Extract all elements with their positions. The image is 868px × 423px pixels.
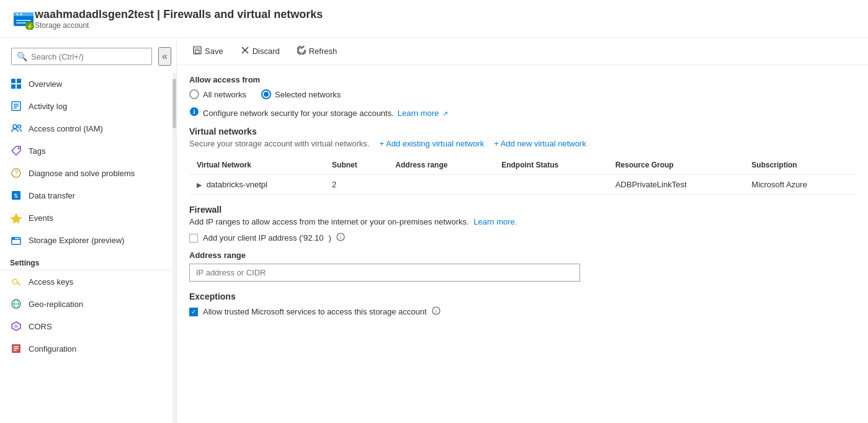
vnet-name: databricks-vnetpl: [207, 180, 267, 189]
scrollbar-track: [172, 73, 176, 423]
scrollbar-thumb[interactable]: [172, 79, 176, 128]
explorer-label: Storage Explorer (preview): [29, 236, 125, 245]
tags-icon: [10, 145, 22, 157]
nav-item-events[interactable]: Events: [0, 207, 176, 229]
diagnose-label: Diagnose and solve problems: [29, 169, 135, 178]
client-ip-info-icon: i: [336, 233, 345, 243]
nav-item-iam[interactable]: Access control (IAM): [0, 117, 176, 140]
collapse-button[interactable]: «: [158, 47, 171, 66]
svg-rect-26: [12, 238, 15, 239]
vnet-table: Virtual Network Subnet Address range End…: [189, 156, 856, 195]
nav-item-cors[interactable]: CORS: [0, 315, 176, 337]
nav-item-activity-log[interactable]: Activity log: [0, 95, 176, 117]
diagnose-icon: ?: [10, 167, 22, 179]
radio-selected-networks[interactable]: Selected networks: [261, 89, 341, 99]
tags-label: Tags: [29, 146, 45, 156]
overview-icon: [10, 78, 22, 90]
activity-log-label: Activity log: [29, 102, 67, 111]
toolbar: Save Discard Refresh: [177, 38, 868, 65]
sidebar: 🔍 « Overview Activity log: [0, 38, 177, 423]
access-keys-label: Access keys: [29, 277, 73, 287]
nav-item-explorer[interactable]: Storage Explorer (preview): [0, 229, 176, 251]
address-range-input[interactable]: [189, 264, 580, 282]
firewall-title: Firewall: [189, 205, 856, 215]
svg-rect-5: [16, 22, 26, 24]
page-title: Firewalls and virtual networks: [163, 8, 323, 20]
col-virtual-network: Virtual Network: [189, 156, 324, 175]
data-transfer-icon: ⇅: [10, 189, 22, 202]
client-ip-suffix: ): [328, 233, 331, 243]
svg-point-27: [12, 279, 17, 284]
svg-rect-8: [11, 79, 16, 83]
svg-rect-10: [11, 84, 16, 89]
nav-item-geo-replication[interactable]: Geo-replication: [0, 293, 176, 315]
firewall-desc-text: Add IP ranges to allow access from the i…: [189, 217, 469, 226]
firewall-desc: Add IP ranges to allow access from the i…: [189, 217, 856, 226]
svg-text:⚡: ⚡: [26, 22, 34, 30]
svg-point-33: [14, 324, 18, 328]
add-new-vnet-link[interactable]: + Add new virtual network: [494, 139, 586, 148]
col-subnet: Subnet: [324, 156, 388, 175]
svg-text:?: ?: [14, 170, 18, 177]
nav-item-data-transfer[interactable]: ⇅ Data transfer: [0, 184, 176, 207]
events-label: Events: [29, 213, 53, 223]
radio-all-networks-label: All networks: [203, 90, 246, 99]
add-existing-vnet-link[interactable]: + Add existing virtual network: [379, 139, 484, 148]
cors-label: CORS: [29, 322, 52, 331]
client-ip-checkbox[interactable]: [189, 234, 198, 243]
svg-marker-24: [11, 213, 22, 223]
configuration-icon: [10, 342, 22, 355]
save-icon: [193, 46, 202, 56]
vnet-section-desc: Secure your storage account with virtual…: [189, 139, 856, 148]
nav-item-overview[interactable]: Overview: [0, 73, 176, 95]
svg-point-19: [18, 148, 20, 149]
refresh-button[interactable]: Refresh: [291, 43, 344, 60]
search-input[interactable]: [31, 52, 146, 61]
nav-item-diagnose[interactable]: ? Diagnose and solve problems: [0, 162, 176, 184]
page-header: ⚡ waahmadadlsgen2test | Firewalls and vi…: [0, 0, 868, 38]
trusted-services-row: Allow trusted Microsoft services to acce…: [189, 306, 856, 317]
svg-point-2: [17, 14, 19, 16]
svg-text:i: i: [436, 308, 437, 314]
allow-access-section: Allow access from All networks Selected …: [189, 75, 856, 99]
svg-rect-40: [195, 50, 199, 53]
vnet-subnet-cell: 2: [324, 175, 388, 195]
svg-text:⇅: ⇅: [14, 193, 19, 199]
nav-item-configuration[interactable]: Configuration: [0, 337, 176, 360]
address-range-label: Address range: [189, 251, 856, 260]
svg-point-16: [13, 125, 17, 128]
firewall-section: Firewall Add IP ranges to allow access f…: [189, 205, 856, 282]
nav-item-tags[interactable]: Tags: [0, 140, 176, 162]
refresh-icon: [297, 46, 306, 56]
nav-item-access-keys[interactable]: Access keys: [0, 270, 176, 293]
client-ip-row: Add your client IP address ('92.10 ) i: [189, 233, 856, 243]
learn-more-link[interactable]: Learn more ↗: [398, 109, 448, 118]
events-icon: [10, 212, 22, 224]
vnet-section: Virtual networks Secure your storage acc…: [189, 127, 856, 195]
svg-rect-39: [195, 47, 200, 50]
geo-replication-label: Geo-replication: [29, 300, 83, 309]
sidebar-nav: Overview Activity log Access control (IA…: [0, 73, 176, 423]
svg-point-3: [20, 14, 22, 16]
vnet-subscription-cell: Microsoft Azure: [744, 175, 856, 195]
vnet-endpoint-status-cell: [494, 175, 607, 195]
trusted-services-checkbox[interactable]: [189, 308, 198, 316]
save-button[interactable]: Save: [187, 43, 230, 60]
vnet-name-cell: ▶ databricks-vnetpl: [189, 175, 324, 195]
discard-button[interactable]: Discard: [235, 43, 286, 60]
save-label: Save: [205, 47, 223, 56]
cors-icon: [10, 320, 22, 332]
radio-all-networks[interactable]: All networks: [189, 89, 246, 99]
discard-icon: [241, 46, 249, 56]
resource-icon: ⚡: [12, 7, 35, 30]
allow-access-label: Allow access from: [189, 75, 856, 84]
svg-text:i: i: [340, 234, 341, 241]
trusted-services-label: Allow trusted Microsoft services to acce…: [203, 307, 427, 316]
discard-label: Discard: [253, 47, 280, 56]
settings-section-header: Settings: [0, 251, 176, 270]
expand-icon[interactable]: ▶: [197, 181, 202, 189]
firewall-learn-more-link[interactable]: Learn more.: [473, 217, 517, 226]
search-container[interactable]: 🔍: [11, 48, 152, 65]
col-subscription: Subscription: [744, 156, 856, 175]
svg-rect-11: [17, 84, 21, 89]
